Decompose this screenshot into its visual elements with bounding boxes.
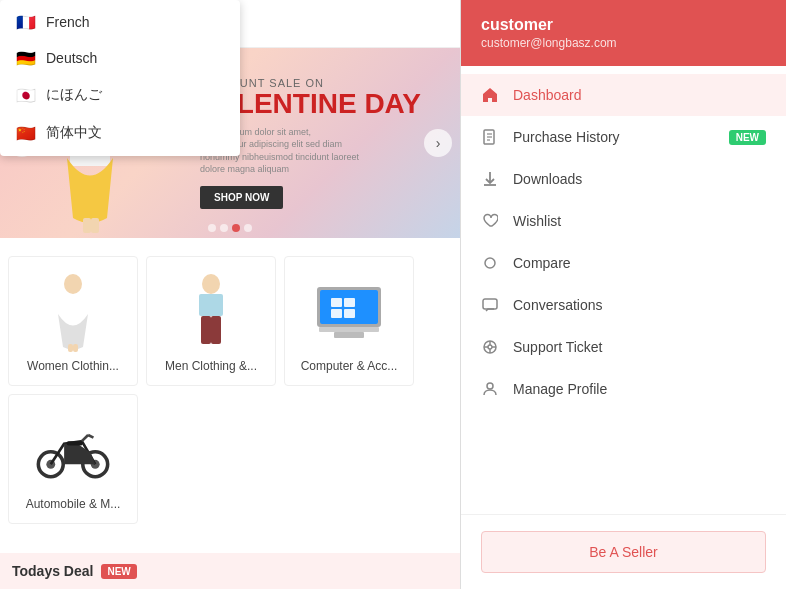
purchase-history-badge: NEW bbox=[729, 130, 766, 145]
svg-rect-7 bbox=[68, 344, 73, 352]
flag-french: 🇫🇷 bbox=[16, 15, 36, 29]
user-name: customer bbox=[481, 16, 766, 34]
nav-item-downloads[interactable]: Downloads bbox=[461, 158, 786, 200]
banner-dots bbox=[208, 224, 252, 232]
dot-3 bbox=[232, 224, 240, 232]
svg-point-9 bbox=[202, 274, 220, 294]
nav-item-purchase-history[interactable]: Purchase History NEW bbox=[461, 116, 786, 158]
svg-rect-17 bbox=[331, 309, 342, 318]
compare-icon bbox=[481, 254, 499, 272]
nav-item-support-ticket[interactable]: Support Ticket bbox=[461, 326, 786, 368]
lang-label-french: French bbox=[46, 14, 90, 30]
lang-item-chinese[interactable]: 🇨🇳 简体中文 bbox=[0, 114, 240, 152]
category-label-men: Men Clothing &... bbox=[165, 359, 257, 373]
nav-label-support-ticket: Support Ticket bbox=[513, 339, 766, 355]
chat-icon bbox=[481, 296, 499, 314]
user-icon bbox=[481, 380, 499, 398]
dot-2 bbox=[220, 224, 228, 232]
category-label-women: Women Clothin... bbox=[27, 359, 119, 373]
user-header: customer customer@longbasz.com bbox=[461, 0, 786, 66]
svg-point-5 bbox=[64, 274, 82, 294]
category-card-men[interactable]: Men Clothing &... bbox=[146, 256, 276, 386]
category-label-computer: Computer & Acc... bbox=[301, 359, 398, 373]
svg-point-41 bbox=[487, 383, 493, 389]
nav-item-compare[interactable]: Compare bbox=[461, 242, 786, 284]
category-card-computer[interactable]: Computer & Acc... bbox=[284, 256, 414, 386]
language-dropdown: 🇫🇷 French 🇩🇪 Deutsch 🇯🇵 にほんご 🇨🇳 简体中文 bbox=[0, 0, 240, 156]
svg-point-36 bbox=[488, 345, 492, 349]
lang-label-japanese: にほんご bbox=[46, 86, 102, 104]
shop-now-button[interactable]: SHOP NOW bbox=[200, 186, 283, 209]
right-panel: customer customer@longbasz.com Dashboard bbox=[460, 0, 786, 589]
svg-line-26 bbox=[88, 434, 93, 437]
nav-item-conversations[interactable]: Conversations bbox=[461, 284, 786, 326]
nav-label-conversations: Conversations bbox=[513, 297, 766, 313]
nav-label-purchase-history: Purchase History bbox=[513, 129, 715, 145]
todays-deal-bar: Todays Deal NEW bbox=[0, 553, 460, 589]
lang-item-french[interactable]: 🇫🇷 French bbox=[0, 4, 240, 40]
dot-4 bbox=[244, 224, 252, 232]
nav-item-wishlist[interactable]: Wishlist bbox=[461, 200, 786, 242]
category-img-automobile bbox=[33, 408, 113, 493]
svg-rect-27 bbox=[67, 441, 83, 445]
dot-1 bbox=[208, 224, 216, 232]
seller-btn-container: Be A Seller bbox=[461, 514, 786, 589]
download-icon bbox=[481, 170, 499, 188]
flag-deutsch: 🇩🇪 bbox=[16, 51, 36, 65]
todays-deal-label: Todays Deal bbox=[12, 563, 93, 579]
be-a-seller-button[interactable]: Be A Seller bbox=[481, 531, 766, 573]
svg-rect-8 bbox=[73, 344, 78, 352]
nav-label-wishlist: Wishlist bbox=[513, 213, 766, 229]
flag-chinese: 🇨🇳 bbox=[16, 126, 36, 140]
category-img-computer bbox=[309, 270, 389, 355]
svg-rect-6 bbox=[61, 294, 85, 314]
nav-label-dashboard: Dashboard bbox=[513, 87, 766, 103]
category-card-automobile[interactable]: Automobile & M... bbox=[8, 394, 138, 524]
lang-item-deutsch[interactable]: 🇩🇪 Deutsch bbox=[0, 40, 240, 76]
nav-label-manage-profile: Manage Profile bbox=[513, 381, 766, 397]
banner-next-button[interactable]: › bbox=[424, 129, 452, 157]
heart-icon bbox=[481, 212, 499, 230]
todays-deal-badge: NEW bbox=[101, 564, 136, 579]
svg-line-25 bbox=[82, 434, 88, 440]
file-icon bbox=[481, 128, 499, 146]
svg-rect-10 bbox=[199, 294, 223, 316]
svg-rect-12 bbox=[211, 316, 221, 344]
nav-item-dashboard[interactable]: Dashboard bbox=[461, 74, 786, 116]
svg-rect-11 bbox=[201, 316, 211, 344]
user-email: customer@longbasz.com bbox=[481, 36, 766, 50]
lang-label-chinese: 简体中文 bbox=[46, 124, 102, 142]
category-card-women[interactable]: Women Clothin... bbox=[8, 256, 138, 386]
category-img-men bbox=[171, 270, 251, 355]
nav-menu: Dashboard Purchase History NEW bbox=[461, 66, 786, 514]
support-icon bbox=[481, 338, 499, 356]
category-grid: Women Clothin... Men Clothing &... bbox=[0, 248, 460, 532]
svg-rect-15 bbox=[331, 298, 342, 307]
category-img-women bbox=[33, 270, 113, 355]
left-panel: s All Brands Al 🇫🇷 French 🇩🇪 Deutsch 🇯🇵 … bbox=[0, 0, 460, 589]
nav-label-compare: Compare bbox=[513, 255, 766, 271]
svg-rect-3 bbox=[83, 218, 91, 233]
category-label-automobile: Automobile & M... bbox=[26, 497, 121, 511]
svg-rect-4 bbox=[91, 218, 99, 233]
svg-rect-16 bbox=[344, 298, 355, 307]
home-icon bbox=[481, 86, 499, 104]
nav-item-manage-profile[interactable]: Manage Profile bbox=[461, 368, 786, 410]
lang-label-deutsch: Deutsch bbox=[46, 50, 97, 66]
flag-japanese: 🇯🇵 bbox=[16, 88, 36, 102]
svg-rect-20 bbox=[334, 332, 364, 338]
svg-rect-34 bbox=[483, 299, 497, 309]
lang-item-japanese[interactable]: 🇯🇵 にほんご bbox=[0, 76, 240, 114]
nav-label-downloads: Downloads bbox=[513, 171, 766, 187]
svg-rect-18 bbox=[344, 309, 355, 318]
svg-rect-19 bbox=[319, 327, 379, 332]
